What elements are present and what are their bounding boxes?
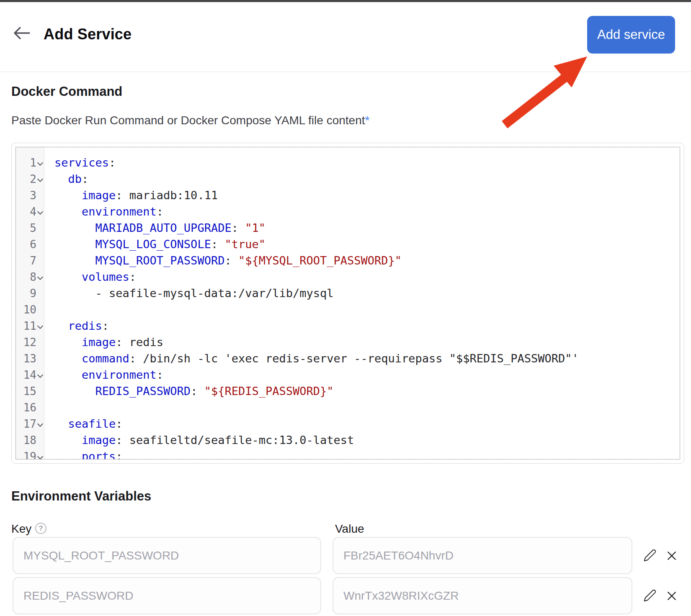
add-service-button-label: Add service <box>597 27 665 42</box>
add-service-button[interactable]: Add service <box>587 16 675 54</box>
code-token <box>54 221 95 234</box>
code-token: services <box>54 156 109 169</box>
fold-spacer <box>36 220 44 236</box>
code-token: seafile <box>68 417 116 430</box>
fold-spacer <box>36 301 44 318</box>
delete-row-button[interactable] <box>665 589 679 603</box>
code-token: "1" <box>245 221 266 234</box>
code-line <box>54 399 680 416</box>
code-line: - seafile-mysql-data:/var/lib/mysql <box>54 285 680 301</box>
edit-value-button[interactable] <box>642 588 657 603</box>
fold-spacer <box>36 252 44 269</box>
code-content: services: db: image: mariadb:10.11 envir… <box>44 147 680 459</box>
key-column-header: Key <box>11 522 31 536</box>
code-token: : <box>224 254 238 267</box>
env-key-input[interactable]: REDIS_PASSWORD <box>13 577 321 614</box>
code-token: "${REDIS_PASSWORD}" <box>204 385 334 398</box>
code-token <box>54 417 68 430</box>
code-line: MYSQL_LOG_CONSOLE: "true" <box>54 236 680 252</box>
gutter-row: 2 <box>16 171 44 187</box>
code-token <box>54 434 82 447</box>
code-token: image <box>82 434 116 447</box>
gutter-row: 13 <box>16 350 44 367</box>
gutter-row: 1 <box>16 154 44 171</box>
code-token <box>54 238 95 251</box>
delete-row-button[interactable] <box>665 549 679 563</box>
line-number: 8 <box>16 271 36 283</box>
left-arrow-icon <box>13 26 31 42</box>
code-token <box>54 352 82 365</box>
docker-compose-code-editor[interactable]: 12345678910111213141516171819 services: … <box>11 143 684 464</box>
fold-spacer <box>36 432 44 448</box>
fold-toggle[interactable] <box>36 154 44 171</box>
code-line: ports: <box>54 448 680 459</box>
code-token: : <box>191 385 204 398</box>
code-token: db <box>68 172 82 185</box>
chevron-down-icon <box>37 421 43 427</box>
code-token <box>54 172 68 185</box>
chevron-down-icon <box>37 160 43 166</box>
code-token <box>54 319 68 332</box>
env-value-input[interactable]: FBr25AET6O4NhvrD <box>333 537 632 574</box>
fold-spacer <box>36 285 44 301</box>
line-number: 19 <box>16 450 36 459</box>
edit-value-button[interactable] <box>642 548 657 563</box>
code-token <box>54 254 95 267</box>
environment-variables-heading: Environment Variables <box>11 488 151 504</box>
code-token: : mariadb:10.11 <box>116 189 218 202</box>
line-number: 10 <box>16 303 36 316</box>
code-line <box>54 301 680 318</box>
fold-toggle[interactable] <box>36 416 44 432</box>
code-token <box>54 336 82 349</box>
chevron-down-icon <box>37 323 43 329</box>
pencil-icon <box>643 589 657 603</box>
value-column-header: Value <box>335 522 364 536</box>
gutter-row: 18 <box>16 432 44 448</box>
back-button[interactable] <box>12 24 32 43</box>
code-token: ports <box>82 450 116 459</box>
code-token: : <box>109 156 116 169</box>
fold-toggle[interactable] <box>36 203 44 220</box>
fold-toggle[interactable] <box>36 448 44 459</box>
code-token: environment <box>82 205 157 218</box>
code-token <box>54 189 82 202</box>
gutter-row: 4 <box>16 203 44 220</box>
pencil-icon <box>643 549 657 563</box>
code-token: : <box>102 319 109 332</box>
help-icon[interactable]: ? <box>35 523 46 534</box>
code-token: "true" <box>224 238 266 251</box>
code-token <box>54 450 82 459</box>
docker-command-heading: Docker Command <box>11 84 122 100</box>
fold-toggle[interactable] <box>36 318 44 334</box>
code-line: services: <box>54 154 680 171</box>
code-token: : <box>129 270 136 283</box>
code-token: redis <box>68 319 102 332</box>
env-key-input[interactable]: MYSQL_ROOT_PASSWORD <box>13 537 321 574</box>
code-token: environment <box>82 368 157 381</box>
chevron-down-icon <box>37 176 43 182</box>
gutter-row: 9 <box>16 285 44 301</box>
fold-toggle[interactable] <box>36 171 44 187</box>
line-number: 9 <box>16 287 36 300</box>
line-number: 16 <box>16 401 36 414</box>
fold-toggle[interactable] <box>36 269 44 285</box>
code-token: : /bin/sh -lc 'exec redis-server --requi… <box>129 352 579 365</box>
close-icon <box>665 549 678 563</box>
code-token <box>54 385 95 398</box>
gutter-row: 3 <box>16 187 44 203</box>
line-number: 2 <box>16 173 36 185</box>
gutter-row: 7 <box>16 252 44 269</box>
add-service-page: Add Service Add service Docker Command P… <box>0 0 691 616</box>
code-token: : seafileltd/seafile-mc:13.0-latest <box>116 434 354 447</box>
line-number: 5 <box>16 222 36 234</box>
code-token: volumes <box>82 270 129 283</box>
code-line: volumes: <box>54 269 680 285</box>
code-token: : <box>232 221 245 234</box>
chevron-down-icon <box>37 372 43 378</box>
code-line: image: redis <box>54 334 680 350</box>
code-token <box>54 270 82 283</box>
gutter-row: 5 <box>16 220 44 236</box>
env-value-input[interactable]: WnrTx32W8RIXcGZR <box>333 577 632 614</box>
fold-toggle[interactable] <box>36 367 44 383</box>
chevron-down-icon <box>37 209 43 215</box>
